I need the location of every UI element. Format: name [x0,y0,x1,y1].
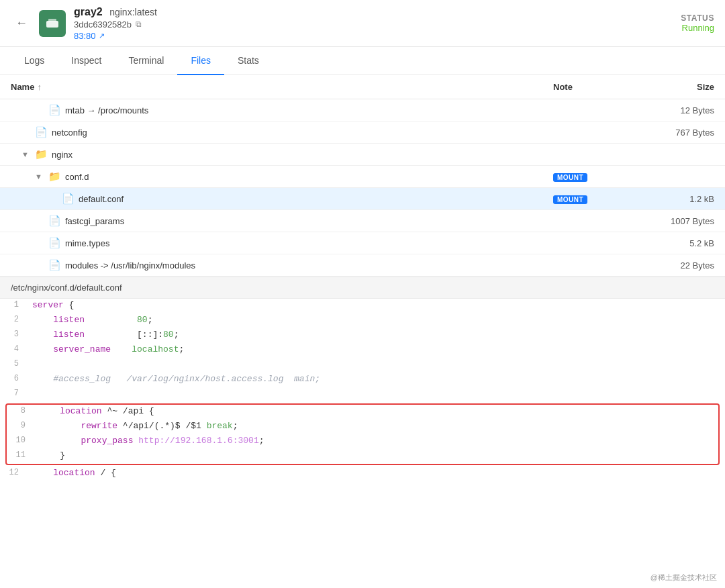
tab-stats[interactable]: Stats [224,47,273,75]
file-row[interactable]: 📄 modules -> /usr/lib/nginx/modules 22 B… [0,254,725,277]
port-link[interactable]: 83:80 ↗ [74,31,681,41]
file-icon: 📄 [35,126,48,138]
container-name: gray2 [74,6,103,17]
file-name: modules -> /usr/lib/nginx/modules [65,260,195,271]
file-path-bar: /etc/nginx/conf.d/default.conf [0,277,725,299]
line-content: rewrite ^/api/(.*)$ /$1 break; [34,420,718,432]
file-icon: 📄 [48,104,61,116]
line-content: #access_log /var/log/nginx/host.access.l… [27,373,725,385]
file-table-header: Name ↑ Note Size [0,75,725,99]
chevron-icon: ▼ [35,173,44,181]
file-note: MOUNT [553,172,634,182]
external-link-icon: ↗ [99,32,105,40]
file-size: 767 Bytes [634,128,714,138]
container-id: 3ddc6392582b [74,19,132,30]
file-name: netconfig [52,128,87,138]
tab-terminal[interactable]: Terminal [115,47,178,75]
line-number: 9 [7,420,34,432]
code-line: 10 proxy_pass http://192.168.1.6:3001; [7,434,718,449]
file-name: fastcgi_params [65,216,124,226]
header: ← gray2 nginx:latest 3ddc6392582b ⧉ 83:8… [0,0,725,47]
tab-inspect[interactable]: Inspect [58,47,115,75]
line-number: 2 [0,313,27,326]
line-content: location / { [27,467,725,479]
mount-badge: MOUNT [553,195,587,204]
line-number: 6 [0,373,27,385]
line-number: 1 [0,299,27,311]
container-icon [39,10,66,37]
back-button[interactable]: ← [11,13,32,34]
line-content: location ^~ /api { [34,405,718,418]
header-info: gray2 nginx:latest 3ddc6392582b ⧉ 83:80 … [74,6,681,41]
code-line: 9 rewrite ^/api/(.*)$ /$1 break; [7,420,718,434]
copy-id-button[interactable]: ⧉ [136,19,142,29]
file-name: conf.d [65,172,89,182]
file-name: mime.types [65,238,109,248]
line-number: 3 [0,328,27,340]
status-value: Running [681,23,714,33]
file-rows: 📄 mtab → /proc/mounts 12 Bytes 📄 netconf… [0,99,725,277]
file-name: default.conf [79,194,124,204]
status-label: STATUS [681,13,714,23]
line-number: 10 [7,434,34,446]
file-size: 5.2 kB [634,238,714,248]
line-number: 11 [7,449,34,461]
file-icon: 📄 [48,237,61,249]
col-size-label: Size [634,82,714,92]
chevron-icon: ▼ [21,150,31,158]
file-row[interactable]: 📄 netconfig 767 Bytes [0,121,725,144]
code-line: 1 server { [0,299,725,313]
code-line: 12 location / { [0,467,725,481]
line-number: 7 [0,387,27,399]
code-line: 8 location ^~ /api { [7,405,718,420]
line-content: server_name localhost; [27,343,725,356]
file-path: /etc/nginx/conf.d/default.conf [11,283,122,293]
line-content: listen 80; [27,313,725,326]
code-line: 4 server_name localhost; [0,343,725,358]
code-line: 6 #access_log /var/log/nginx/host.access… [0,373,725,387]
file-size: 1007 Bytes [634,216,714,226]
line-content: server { [27,299,725,311]
tab-files[interactable]: Files [177,47,224,75]
code-line: 11 } [7,449,718,464]
watermark: @稀土掘金技术社区 [650,573,717,583]
file-size: 12 Bytes [634,105,714,115]
svg-rect-1 [48,19,56,21]
file-size: 1.2 kB [634,194,714,204]
file-name: nginx [52,150,72,160]
tab-logs[interactable]: Logs [11,47,58,75]
folder-icon: 📁 [48,170,61,183]
line-number: 4 [0,343,27,355]
col-name-label: Name [11,82,34,92]
line-number: 5 [0,358,27,370]
file-note: MOUNT [553,194,634,204]
code-line: 3 listen [::]:80; [0,328,725,343]
file-size: 22 Bytes [634,260,714,271]
file-name: mtab → /proc/mounts [65,105,148,115]
line-content [27,358,725,360]
file-row[interactable]: ▼ 📁 conf.d MOUNT [0,166,725,188]
code-line: 2 listen 80; [0,313,725,328]
svg-rect-0 [46,21,58,28]
line-number: 12 [0,467,27,479]
folder-icon: 📁 [35,148,48,160]
file-row[interactable]: 📄 fastcgi_params 1007 Bytes [0,210,725,232]
line-content [27,387,725,390]
line-number: 8 [7,405,34,417]
file-row[interactable]: 📄 default.conf MOUNT 1.2 kB [0,188,725,210]
file-icon: 📄 [48,215,61,227]
container-id-row: 3ddc6392582b ⧉ [74,19,681,30]
file-row[interactable]: ▼ 📁 nginx [0,144,725,166]
file-icon: 📄 [62,193,75,205]
sort-icon[interactable]: ↑ [37,82,42,92]
file-row[interactable]: 📄 mtab → /proc/mounts 12 Bytes [0,99,725,121]
file-row[interactable]: 📄 mime.types 5.2 kB [0,232,725,254]
status-section: STATUS Running [681,13,714,33]
code-line: 5 [0,358,725,373]
line-content: proxy_pass http://192.168.1.6:3001; [34,434,718,447]
file-icon: 📄 [48,259,61,271]
tabs-bar: Logs Inspect Terminal Files Stats [0,47,725,75]
line-content: listen [::]:80; [27,328,725,341]
code-viewer[interactable]: 1 server { 2 listen 80; 3 listen [::]:80… [0,299,725,527]
code-line: 7 [0,387,725,402]
